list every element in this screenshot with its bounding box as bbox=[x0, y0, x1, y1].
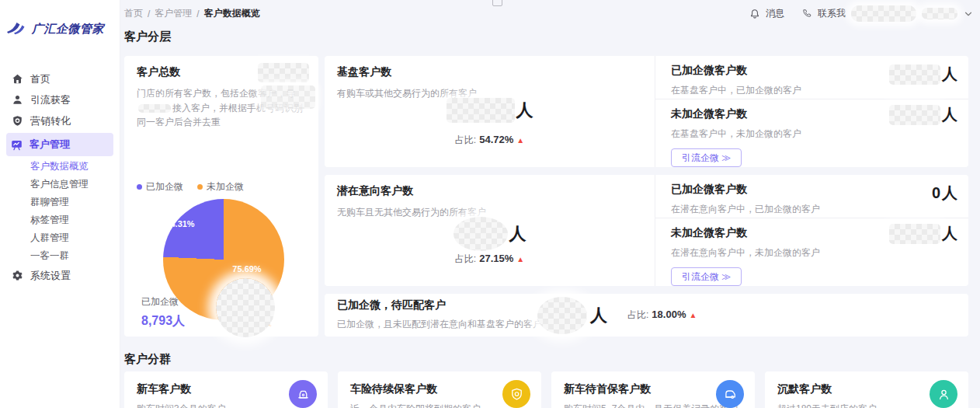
breadcrumb: 首页 / 客户管理 / 客户数据概览 bbox=[124, 7, 260, 20]
card-description: 在潜在意向客户中，未加企微的客户 bbox=[671, 246, 956, 260]
sidebar-item-label: 营销转化 bbox=[30, 114, 71, 128]
breakdown-added: 已加企微客户数 在基盘客户中，已加企微的客户 人 bbox=[655, 56, 968, 99]
card-title: 基盘客户数 bbox=[337, 65, 642, 79]
redacted-value bbox=[447, 98, 515, 123]
app-window: 广汇企微管家 首页 引流获客 营销转化 客户管理 客户数据概览 客户信息管理 群… bbox=[0, 0, 980, 408]
stat-added-weixin: 已加企微 8,793人 bbox=[141, 295, 185, 330]
subitem-label: 客户数据概览 bbox=[30, 160, 89, 173]
window-restore-icon bbox=[492, 0, 502, 6]
card-description: 已加企微，且未匹配到潜在意向和基盘客户的客户 bbox=[337, 317, 548, 332]
card-description: 在潜在意向客户中，已加企微的客户 bbox=[671, 202, 956, 217]
shield-plus-icon bbox=[502, 380, 530, 408]
sidebar-subitem-data-overview[interactable]: 客户数据概览 bbox=[0, 158, 120, 176]
main-value: 人 bbox=[325, 98, 655, 123]
sidebar-item-acquisition[interactable]: 引流获客 bbox=[0, 89, 120, 110]
pie-chart-area: 24.31% 75.69% bbox=[124, 103, 318, 274]
sidebar-subitem-one-customer-one-group[interactable]: 一客一群 bbox=[0, 247, 120, 265]
breakdown-added: 已加企微客户数 在潜在意向客户中，已加企微的客户 0人 bbox=[655, 175, 968, 218]
phone-icon bbox=[801, 9, 812, 19]
trend-up-icon: ▲ bbox=[516, 136, 524, 145]
subitem-label: 一客一群 bbox=[30, 249, 69, 263]
sidebar-item-settings[interactable]: 系统设置 bbox=[0, 265, 120, 286]
sub-value: 人 bbox=[889, 64, 957, 85]
sidebar-item-label: 客户管理 bbox=[30, 138, 70, 152]
bell-icon[interactable] bbox=[749, 9, 760, 19]
sidebar-item-marketing[interactable]: 营销转化 bbox=[0, 110, 120, 131]
breadcrumb-current: 客户数据概览 bbox=[204, 7, 260, 20]
messages-link[interactable]: 消息 bbox=[766, 7, 784, 20]
attract-weixin-button[interactable]: 引流企微 ≫ bbox=[671, 267, 742, 286]
card-potential-customers: 潜在意向客户数 无购车且无其他交易行为的所有客户 人 占比:27.15%▲ 已加… bbox=[325, 175, 968, 286]
group-card-first-maintenance[interactable]: 新车待首保客户数 购车时间5~7个月内，且无保养记录的客户 bbox=[551, 371, 755, 408]
breakdown-not-added: 未加企微客户数 在基盘客户中，未加企微的客户 引流企微 ≫ 人 bbox=[655, 99, 968, 167]
main-value: 人 bbox=[537, 297, 607, 334]
ratio-line: 占比:18.00%▲ bbox=[627, 309, 697, 322]
sidebar-subitem-group-chat[interactable]: 群聊管理 bbox=[0, 194, 120, 211]
ratio-line: 占比:54.72%▲ bbox=[325, 134, 655, 147]
redacted-footer-patch bbox=[216, 278, 275, 337]
sidebar-item-label: 系统设置 bbox=[30, 269, 71, 283]
redacted-account-name bbox=[922, 8, 957, 19]
van-icon bbox=[716, 380, 744, 408]
subitem-label: 群聊管理 bbox=[30, 196, 69, 209]
breadcrumb-separator: / bbox=[148, 9, 150, 19]
group-card-silent[interactable]: 沉默客户数 超过180天未到店的客户 bbox=[765, 371, 968, 408]
card-description: 近一个月内车险即将到期的客户 bbox=[350, 402, 521, 408]
card-description: 在基盘客户中，未加企微的客户 bbox=[671, 127, 956, 141]
contact-link[interactable]: 联系我 bbox=[818, 7, 846, 20]
subitem-label: 客户信息管理 bbox=[30, 178, 89, 191]
card-title: 潜在意向客户数 bbox=[337, 184, 642, 198]
card-title: 已加企微客户数 bbox=[671, 183, 956, 197]
subitem-label: 标签管理 bbox=[30, 214, 69, 227]
attract-weixin-button[interactable]: 引流企微 ≫ bbox=[671, 148, 742, 167]
trend-up-icon: ▲ bbox=[516, 255, 524, 263]
sidebar-subitem-tags[interactable]: 标签管理 bbox=[0, 211, 120, 229]
section-title-grouping: 客户分群 bbox=[124, 352, 171, 367]
sidebar-item-home[interactable]: 首页 bbox=[0, 68, 120, 89]
sub-value: 人 bbox=[889, 223, 957, 244]
stat-value: 8,793人 bbox=[141, 313, 185, 330]
redacted-value bbox=[889, 65, 940, 85]
card-base-customers: 基盘客户数 有购车或其他交易行为的所有客户 人 占比:54.72%▲ 已加企微客… bbox=[325, 56, 968, 167]
person-icon bbox=[930, 380, 957, 408]
topbar-actions: 消息 联系我 bbox=[749, 5, 974, 22]
redacted-total-value bbox=[258, 63, 309, 82]
logo-swoosh-icon bbox=[6, 20, 30, 37]
section-title-layering: 客户分层 bbox=[124, 30, 171, 44]
card-description: 购车时间5~7个月内，且无保养记录的客户 bbox=[564, 402, 735, 408]
redacted-value bbox=[889, 105, 940, 125]
chevron-down-icon[interactable] bbox=[963, 9, 974, 19]
sidebar-item-customer-mgmt[interactable]: 客户管理 bbox=[6, 133, 113, 156]
gear-icon bbox=[12, 270, 23, 281]
card-description: 购车时间3个月的客户 bbox=[137, 402, 308, 408]
redacted-contact-info bbox=[851, 5, 916, 22]
card-customer-total: 客户总数 门店的所有客户数，包括企微客户，导接入客户，并根据手机号码识别同一客户… bbox=[124, 56, 318, 337]
user-icon bbox=[12, 94, 23, 106]
pending-match-text: 已加企微，待匹配客户 已加企微，且未匹配到潜在意向和基盘客户的客户 bbox=[337, 298, 548, 332]
ratio-line: 占比:27.15%▲ bbox=[325, 253, 655, 266]
card-description: 超过180天未到店的客户 bbox=[777, 402, 948, 408]
sidebar-subitem-customer-info[interactable]: 客户信息管理 bbox=[0, 176, 120, 194]
sidebar-subitem-crowd[interactable]: 人群管理 bbox=[0, 229, 120, 247]
logo-text: 广汇企微管家 bbox=[32, 22, 104, 37]
base-customers-main: 基盘客户数 有购车或其他交易行为的所有客户 人 占比:54.72%▲ bbox=[325, 56, 655, 167]
sidebar: 广汇企微管家 首页 引流获客 营销转化 客户管理 客户数据概览 客户信息管理 群… bbox=[0, 0, 120, 408]
potential-customers-main: 潜在意向客户数 无购车且无其他交易行为的所有客户 人 占比:27.15%▲ bbox=[325, 175, 655, 286]
group-card-insurance-renewal[interactable]: 车险待续保客户数 近一个月内车险即将到期的客户 bbox=[338, 371, 541, 408]
pie-slice-label-added: 24.31% bbox=[157, 219, 203, 228]
board-icon bbox=[11, 139, 23, 151]
group-card-new-car[interactable]: 新车客户数 购车时间3个月的客户 bbox=[124, 371, 328, 408]
main-value: 人 bbox=[325, 217, 655, 251]
card-description: 在基盘客户中，已加企微的客户 bbox=[671, 83, 956, 98]
car-front-icon bbox=[289, 380, 317, 408]
breadcrumb-home[interactable]: 首页 bbox=[124, 7, 143, 20]
subitem-label: 人群管理 bbox=[30, 232, 69, 245]
sidebar-item-label: 引流获客 bbox=[30, 93, 71, 107]
pie-slice-label-not-added: 75.69% bbox=[224, 264, 270, 274]
app-logo[interactable]: 广汇企微管家 bbox=[6, 20, 104, 37]
trend-up-icon: ▲ bbox=[689, 311, 697, 319]
redacted-value bbox=[454, 217, 508, 251]
breadcrumb-section[interactable]: 客户管理 bbox=[155, 7, 192, 20]
redacted-value bbox=[889, 224, 940, 244]
group-cards-row: 新车客户数 购车时间3个月的客户 车险待续保客户数 近一个月内车险即将到期的客户… bbox=[124, 371, 968, 408]
